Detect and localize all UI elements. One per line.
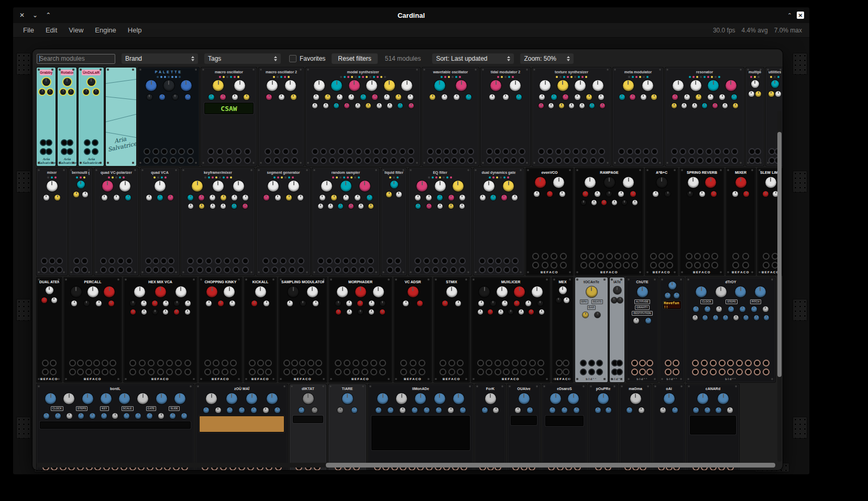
knob-icon: [134, 286, 145, 297]
module-preview-quad-vc-polarizer[interactable]: quad VC-polarizer: [94, 168, 138, 275]
module-title: MUXLICER: [474, 280, 547, 284]
module-preview-stmix[interactable]: STMIXBEFACO: [434, 277, 469, 382]
module-preview-fork[interactable]: ForKbId°°: [475, 384, 506, 470]
menu-help[interactable]: Help: [122, 25, 148, 36]
module-preview-muxlicer[interactable]: MUXLICERBEFACO: [471, 277, 550, 382]
screw-icon: [476, 385, 478, 387]
screw-icon: [639, 169, 641, 171]
module-preview-vc-adsr[interactable]: VC ADSRBEFACO: [394, 277, 432, 382]
module-preview-mixer[interactable]: mixer: [37, 168, 67, 275]
screw-icon: [759, 271, 761, 273]
module-preview-hex-mix-vca[interactable]: HEX MIX VCABEFACO: [124, 277, 197, 382]
module-preview-rampage[interactable]: RAMPAGEBEFACO: [575, 168, 643, 275]
module-preview-quad-vca[interactable]: quad VCA: [140, 168, 179, 275]
knob-icon: [346, 300, 352, 306]
tags-dropdown[interactable]: Tags: [204, 53, 281, 64]
module-preview-mex[interactable]: MEXBEFACO: [552, 277, 573, 382]
module-preview-diktat[interactable]: dIKTATbId°°: [290, 384, 326, 470]
close-icon[interactable]: ✕: [19, 12, 25, 19]
module-preview-multiples[interactable]: multiples: [746, 68, 764, 166]
module-preview-grabby[interactable]: GrabbyAria Salvatrice: [37, 68, 56, 166]
vertical-scrollbar[interactable]: [777, 132, 782, 377]
menu-edit[interactable]: Edit: [40, 25, 63, 36]
module-preview-chute[interactable]: ChUTEALTITUDEGRAVITYRESTITUTIONbId°°: [627, 277, 658, 382]
jack-icon: [47, 140, 51, 145]
jack-icon: [368, 259, 373, 263]
module-preview-eq-filter[interactable]: EQ filter: [409, 168, 471, 275]
zoom-dropdown[interactable]: Zoom: 50%: [520, 53, 574, 64]
module-preview-chopping-kinky[interactable]: CHOPPING KINKYBEFACO: [199, 277, 242, 382]
sort-dropdown[interactable]: Sort: Last updated: [432, 53, 514, 64]
maximize-icon[interactable]: ⌃: [46, 12, 51, 19]
module-preview-morphader[interactable]: MORPHADERBEFACO: [329, 277, 392, 382]
module-preview-havefun[interactable]: Havefun !!bId°°: [660, 277, 684, 382]
favorites-checkbox[interactable]: [289, 55, 296, 62]
module-preview-aria-salvatrice[interactable]: Aria Salvatrice: [106, 68, 136, 166]
module-preview-bernoulli-gate[interactable]: bernoulli gate: [69, 168, 92, 275]
brand-dropdown[interactable]: Brand: [122, 53, 198, 64]
module-preview-meta-modulator[interactable]: meta modulator: [613, 68, 663, 166]
module-preview-zo-ma[interactable]: zOÙ MAÏbId°°: [196, 384, 288, 470]
module-preview-palette[interactable]: PALETTE: [138, 68, 199, 166]
module-preview-late[interactable]: lATebId°°: [610, 277, 624, 382]
brand-logo: bId°°: [628, 377, 657, 381]
module-preview-bordl[interactable]: bordLCLOCKSTEPSKEYSCALEGATESLIDEbId°°: [37, 384, 194, 470]
module-preview-texture-synthesizer[interactable]: texture synthesizer: [532, 68, 611, 166]
knob-icon: [479, 286, 490, 297]
module-preview-canard[interactable]: cANARdbId°°: [687, 384, 739, 470]
module-preview-rotatoes[interactable]: RotatoesAria Salvatrice: [58, 68, 76, 166]
module-preview-modal-synthesizer[interactable]: modal synthesizer: [306, 68, 420, 166]
module-preview-ndular[interactable]: ÛnDuLaRAria Salvatrice: [79, 68, 104, 166]
module-preview-edsaros[interactable]: eDsaroSbId°°: [542, 384, 587, 470]
module-preview-macro-oscillator-2[interactable]: macro oscillator 2: [259, 68, 304, 166]
jack-icon: [632, 361, 637, 365]
module-preview-percall[interactable]: PERCALLBEFACO: [64, 277, 122, 382]
minimize-icon[interactable]: ⌄: [32, 12, 38, 19]
menu-engine[interactable]: Engine: [89, 25, 122, 36]
reset-filters-button[interactable]: Reset filters: [332, 53, 377, 64]
collapse-icon[interactable]: ⌃: [787, 12, 792, 19]
module-preview-dual-dynamics-gate[interactable]: dual dynamics gate: [474, 168, 524, 275]
knob-icon: [210, 204, 215, 209]
module-preview-dual-atenuverter[interactable]: DUAL ATENUVERTERBEFACO: [37, 277, 62, 382]
module-preview-spring-reverb[interactable]: SPRING REVERBBEFACO: [680, 168, 724, 275]
led-icon: [358, 76, 360, 78]
module-preview-ouaive[interactable]: OUAIvebId°°: [508, 384, 540, 470]
module-preview-macro-oscillator[interactable]: macro oscillatorCSAW: [201, 68, 257, 166]
jack-icon: [86, 370, 91, 374]
module-preview-a-b-c[interactable]: A*B+CBEFACO: [645, 168, 678, 275]
module-preview-kickall[interactable]: KICKALLBEFACO: [244, 277, 277, 382]
jack-icon: [94, 370, 99, 374]
module-preview-segment-generator[interactable]: segment generator: [257, 168, 310, 275]
rack-background: Brand Tags Favorites Reset filters 514 m…: [13, 38, 809, 474]
menu-view[interactable]: View: [63, 25, 89, 36]
horizontal-scrollbar[interactable]: [326, 463, 775, 467]
jack-icon: [227, 158, 232, 163]
module-preview-limonade[interactable]: lIMonADebId°°: [368, 384, 473, 470]
knob-icon: [708, 80, 719, 91]
module-preview-dtroy[interactable]: dTrOYCLOCKSTEPSPITCHbId°°: [686, 277, 775, 382]
module-preview-wavetable-oscillator[interactable]: wavetable oscillator: [422, 68, 479, 166]
module-preview-tiare[interactable]: TiAREbId°°: [328, 384, 366, 470]
module-preview-random-sampler[interactable]: random sampler: [312, 168, 379, 275]
module-preview-poupre[interactable]: pOuPRebId°°: [589, 384, 618, 470]
jack-icon: [680, 149, 685, 154]
module-preview-resonator[interactable]: resonator: [665, 68, 744, 166]
module-preview-tidal-modulator-2[interactable]: tidal modulator 2: [481, 68, 530, 166]
module-preview-magma[interactable]: maGmabId°°: [620, 384, 651, 470]
knob-icon: [355, 286, 366, 297]
module-preview-evenvco[interactable]: evenVCOBEFACO: [526, 168, 573, 275]
control-label: KEY: [100, 406, 108, 411]
module-preview-sampling-modulator[interactable]: SAMPLING MODULATORBEFACO: [279, 277, 327, 382]
module-preview-tocante[interactable]: tOCAnTeBPHBEATSBARbId°°: [575, 277, 608, 382]
jack-icon: [292, 158, 297, 163]
knob-icon: [87, 78, 95, 86]
module-preview-keyframer-mixer[interactable]: keyframer/mixer: [181, 168, 255, 275]
module-preview-oai[interactable]: oAibId°°: [653, 384, 685, 470]
jack-icon: [624, 263, 629, 268]
knob-icon: [641, 94, 646, 100]
search-input[interactable]: [37, 54, 115, 64]
module-preview-liquid-filter[interactable]: liquid filter: [381, 168, 406, 275]
module-preview-mixer[interactable]: MIXERBEFACO: [726, 168, 755, 275]
menu-file[interactable]: File: [17, 25, 40, 36]
